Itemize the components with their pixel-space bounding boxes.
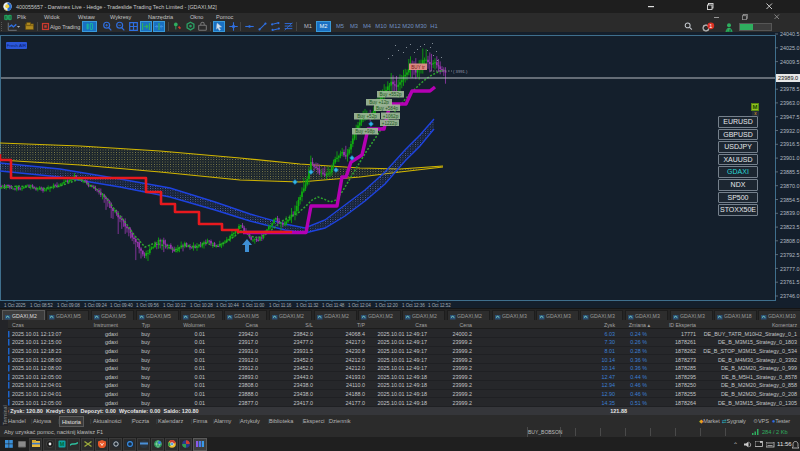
svg-text:24009.5: 24009.5	[780, 59, 800, 65]
svg-text:23978.5: 23978.5	[780, 86, 800, 92]
svg-text:Buy +12p: Buy +12p	[369, 100, 389, 105]
svg-text:23947.5: 23947.5	[780, 114, 800, 120]
svg-text:24025.0: 24025.0	[780, 45, 800, 51]
svg-text:1: 1	[709, 23, 712, 29]
svg-text:23839.0: 23839.0	[780, 210, 800, 216]
svg-text:23916.5: 23916.5	[780, 141, 800, 147]
svg-text:Buy +98p: Buy +98p	[355, 129, 375, 134]
svg-text:23823.5: 23823.5	[780, 224, 800, 230]
svg-text:( 3991.): ( 3991.)	[453, 69, 468, 74]
svg-text:M: M	[60, 441, 65, 447]
svg-text:23777.0: 23777.0	[780, 266, 800, 272]
svg-text:23932.0: 23932.0	[780, 128, 800, 134]
svg-text:Buy +584p: Buy +584p	[376, 106, 399, 111]
svg-text:23885.5: 23885.5	[780, 169, 800, 175]
svg-text:23854.5: 23854.5	[780, 197, 800, 203]
svg-text:23901.0: 23901.0	[780, 155, 800, 161]
svg-text:24040.5: 24040.5	[780, 32, 800, 37]
svg-text:23870.0: 23870.0	[780, 183, 800, 189]
svg-text:Buy +552p: Buy +552p	[379, 92, 402, 97]
svg-text:23963.0: 23963.0	[780, 100, 800, 106]
svg-text:23746.0: 23746.0	[780, 293, 800, 299]
svg-text:BUY tr: BUY tr	[411, 65, 425, 70]
svg-text:23792.5: 23792.5	[780, 252, 800, 258]
svg-text:+1062p: +1062p	[383, 114, 399, 119]
svg-text:Buy +52p: Buy +52p	[357, 114, 377, 119]
svg-text:23808.0: 23808.0	[780, 238, 800, 244]
svg-text:+1222p: +1222p	[382, 121, 398, 126]
svg-text:23989.0: 23989.0	[778, 75, 798, 81]
svg-text:23761.5: 23761.5	[780, 279, 800, 285]
